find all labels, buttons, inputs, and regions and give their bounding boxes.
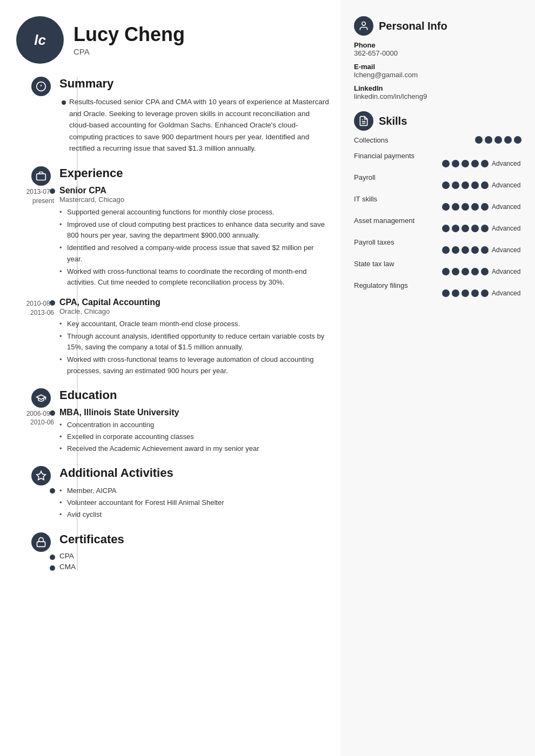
certificates-title: Certificates <box>59 532 124 546</box>
skill-collections: Collections <box>354 136 521 146</box>
svg-marker-4 <box>37 471 46 480</box>
skill-name-collections: Collections <box>354 136 389 144</box>
exp-bullets-1: Supported general accounting functions f… <box>59 207 330 288</box>
act-bullet-1: Member, AICPA <box>59 485 330 496</box>
education-header: Education <box>59 388 330 402</box>
exp-dot-1 <box>50 188 55 194</box>
skill-dots-st <box>442 268 489 275</box>
dot <box>442 268 450 275</box>
cert-dot-1 <box>50 555 55 560</box>
candidate-name: Lucy Cheng <box>73 24 185 45</box>
skill-dots-row-asset: Advanced <box>354 225 521 232</box>
experience-title: Experience <box>59 166 123 180</box>
additional-icon <box>31 466 51 485</box>
dot <box>462 246 469 254</box>
skill-dots-it <box>442 203 489 211</box>
skill-level-asset: Advanced <box>492 225 521 232</box>
skill-dots-row-fp: Advanced <box>354 160 521 167</box>
summary-title: Summary <box>59 77 113 91</box>
personal-info-title: Personal Info <box>379 20 447 32</box>
cert-entry: CPA CMA <box>59 552 330 571</box>
activities-bullets: Member, AICPA Volunteer accountant for F… <box>59 485 330 520</box>
skill-name-it: IT skills <box>354 195 377 203</box>
dot <box>452 225 459 232</box>
activities-entry: Member, AICPA Volunteer accountant for F… <box>59 485 330 520</box>
cert-text-1: CPA <box>59 552 74 560</box>
personal-info-icon <box>354 16 373 36</box>
skill-dots-row-payroll: Advanced <box>354 181 521 189</box>
exp-company-1: Mastercard, Chicago <box>59 195 330 204</box>
dot <box>481 246 489 254</box>
dot <box>462 181 469 189</box>
skill-it: IT skills Advanced <box>354 194 521 211</box>
experience-section: Experience 2013-07 -present Senior CPA M… <box>59 166 330 376</box>
summary-section: Summary Results-focused senior CPA and C… <box>59 77 330 154</box>
email-value: lcheng@gamail.com <box>354 71 521 79</box>
skill-name-payroll: Payroll <box>354 173 376 181</box>
skill-row-collections: Collections <box>354 136 521 146</box>
education-section: Education 2006-09 -2010-06 MBA, Illinois… <box>59 388 330 454</box>
dot <box>481 289 489 297</box>
left-column: lc Lucy Cheng CPA Summary <box>0 0 340 756</box>
edu-bullet-1-1: Concentration in accounting <box>59 420 330 430</box>
dot <box>452 289 459 297</box>
right-column: Personal Info Phone 362-657-0000 E-mail … <box>340 0 535 756</box>
exp-bullets-2: Key accountant, Oracle team month-end cl… <box>59 319 330 376</box>
skills-section: Skills Collections <box>354 111 521 297</box>
dot <box>471 225 479 232</box>
cert-item-1: CPA <box>59 552 330 560</box>
svg-rect-5 <box>37 542 45 546</box>
certificates-section: Certificates CPA CMA <box>59 532 330 571</box>
exp-bullet-2-1: Key accountant, Oracle team month-end cl… <box>59 319 330 329</box>
svg-rect-3 <box>37 174 46 180</box>
svg-point-6 <box>362 22 366 26</box>
dot <box>504 136 512 144</box>
edu-degree-1: MBA, Illinois State University <box>59 408 330 417</box>
exp-job-title-2: CPA, Capital Accounting <box>59 298 330 307</box>
phone-item: Phone 362-657-0000 <box>354 41 521 57</box>
summary-header: Summary <box>59 77 330 91</box>
phone-value: 362-657-0000 <box>354 49 521 57</box>
skill-dots-row-reg: Advanced <box>354 289 521 297</box>
skill-payroll-taxes: Payroll taxes Advanced <box>354 238 521 254</box>
avatar-header: lc Lucy Cheng CPA <box>16 16 330 64</box>
experience-header: Experience <box>59 166 330 180</box>
additional-header: Additional Activities <box>59 466 330 480</box>
exp-job-title-1: Senior CPA <box>59 186 330 195</box>
skill-level-st: Advanced <box>492 268 521 275</box>
name-title-block: Lucy Cheng CPA <box>73 24 185 57</box>
linkedin-item: LinkedIn linkedin.com/in/lcheng9 <box>354 84 521 100</box>
skill-dots-fp <box>442 160 489 167</box>
exp-bullet-2-3: Worked with cross-functional teams to le… <box>59 354 330 376</box>
dot <box>462 289 469 297</box>
dot <box>442 289 450 297</box>
act-bullet-3: Avid cyclist <box>59 509 330 520</box>
dot <box>481 268 489 275</box>
education-icon <box>31 388 51 408</box>
dot <box>471 181 479 189</box>
skills-icon <box>354 111 373 131</box>
personal-info-header: Personal Info <box>354 16 521 36</box>
dot <box>462 268 469 275</box>
dot <box>475 136 483 144</box>
dot <box>481 160 489 167</box>
exp-bullet-1-4: Worked with cross-functional teams to co… <box>59 266 330 288</box>
skill-asset: Asset management Advanced <box>354 216 521 232</box>
edu-entry-1: 2006-09 -2010-06 MBA, Illinois State Uni… <box>59 408 330 454</box>
dot <box>452 203 459 211</box>
additional-title: Additional Activities <box>59 466 173 480</box>
email-label: E-mail <box>354 63 521 71</box>
dot <box>471 203 479 211</box>
skill-dots-asset <box>442 225 489 232</box>
dot <box>442 181 450 189</box>
exp-bullet-1-3: Identified and resolved a company-wide p… <box>59 242 330 264</box>
dot <box>462 160 469 167</box>
avatar: lc <box>16 16 64 64</box>
dot <box>514 136 521 144</box>
skill-dots-row-st: Advanced <box>354 268 521 275</box>
dot <box>494 136 502 144</box>
exp-date-1: 2013-07 -present <box>19 187 54 206</box>
summary-icon <box>31 77 51 96</box>
timeline-area: Summary Results-focused senior CPA and C… <box>16 77 330 571</box>
skill-dots-pt <box>442 246 489 254</box>
